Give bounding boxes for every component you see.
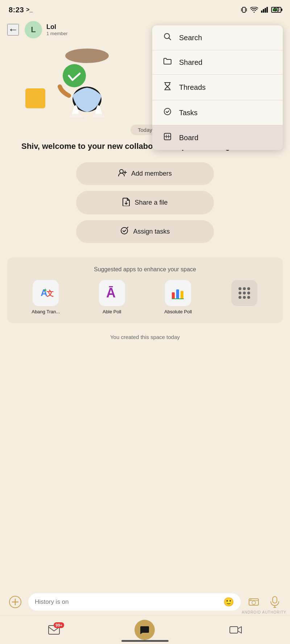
app-absolute-poll[interactable]: Absolute Poll — [147, 280, 210, 314]
svg-point-12 — [70, 114, 83, 117]
more-dots — [236, 284, 253, 302]
able-poll-icon: Ā — [99, 280, 125, 306]
folder-icon — [162, 58, 173, 67]
nav-chat[interactable] — [134, 620, 155, 640]
tasks-label: Tasks — [179, 109, 198, 117]
svg-point-13 — [92, 114, 105, 117]
member-count: 1 member — [46, 31, 68, 36]
search-label: Search — [179, 34, 202, 42]
svg-rect-0 — [243, 7, 245, 12]
dropdown-tasks[interactable]: Tasks — [152, 100, 283, 125]
watermark: ANDROID AUTHORITY — [242, 610, 286, 614]
hourglass-icon — [162, 82, 173, 93]
app-able-poll[interactable]: Ā Able Poll — [81, 280, 144, 314]
search-icon — [162, 33, 173, 43]
svg-rect-3 — [265, 8, 266, 13]
suggested-apps-section: Suggested apps to enhance your space A 文… — [7, 258, 283, 323]
illustration-svg — [14, 45, 123, 117]
more-apps-name — [244, 309, 245, 314]
action-buttons: Add members Share a file Assign tasks — [0, 162, 290, 243]
app-abang[interactable]: A 文 Abang Tran... — [14, 280, 77, 314]
absolute-poll-name: Absolute Poll — [164, 309, 192, 314]
share-file-button[interactable]: Share a file — [76, 191, 214, 214]
nav-mail[interactable]: 99+ — [48, 625, 60, 635]
mic-button[interactable] — [267, 594, 283, 610]
dropdown-menu: Search Shared Threads Tasks — [152, 25, 283, 150]
dropdown-shared[interactable]: Shared — [152, 50, 283, 74]
back-button[interactable]: ← — [7, 24, 19, 35]
header-info: Lol 1 member — [46, 23, 68, 36]
nav-video[interactable] — [229, 626, 242, 634]
board-label: Board — [179, 134, 198, 142]
svg-text:Ā: Ā — [106, 285, 116, 300]
assign-tasks-button[interactable]: Assign tasks — [76, 220, 214, 243]
group-name: Lol — [46, 23, 68, 31]
svg-rect-28 — [230, 627, 238, 633]
chat-button[interactable] — [134, 620, 155, 640]
chat-icon — [140, 625, 150, 635]
apps-row: A 文 Abang Tran... Ā Able Poll — [14, 280, 276, 314]
mail-badge: 99+ — [54, 622, 64, 628]
suggested-title: Suggested apps to enhance your space — [14, 266, 276, 273]
svg-rect-9 — [25, 88, 45, 108]
message-input-wrapper: 🙂 — [28, 593, 241, 611]
created-label: You created this space today — [0, 334, 290, 340]
threads-label: Threads — [179, 83, 206, 92]
abang-icon: A 文 — [33, 280, 59, 306]
dropdown-search[interactable]: Search — [152, 25, 283, 50]
svg-point-6 — [164, 108, 171, 115]
svg-point-24 — [250, 599, 252, 601]
wifi-icon — [250, 7, 258, 13]
shared-label: Shared — [179, 58, 203, 67]
assign-tasks-label: Assign tasks — [133, 228, 170, 235]
svg-rect-1 — [261, 11, 262, 13]
app-more[interactable] — [213, 280, 276, 314]
svg-point-14 — [120, 170, 123, 173]
svg-rect-2 — [263, 9, 264, 13]
emoji-button[interactable]: 🙂 — [223, 597, 234, 607]
add-person-icon — [118, 169, 127, 179]
svg-point-10 — [63, 64, 86, 87]
status-time: 8:23 — [9, 6, 24, 14]
share-file-label: Share a file — [134, 199, 167, 206]
avatar: L — [25, 21, 42, 38]
tasks-icon — [162, 108, 173, 118]
add-members-button[interactable]: Add members — [76, 162, 214, 185]
absolute-poll-icon — [165, 280, 191, 306]
svg-rect-26 — [273, 597, 277, 603]
status-icons: 40 — [241, 6, 281, 13]
home-indicator — [121, 640, 169, 642]
svg-point-8 — [65, 49, 109, 63]
message-input[interactable] — [35, 598, 220, 606]
assign-icon — [120, 227, 129, 237]
add-members-label: Add members — [131, 170, 172, 177]
board-icon — [162, 133, 173, 143]
svg-point-25 — [252, 601, 256, 605]
able-poll-name: Able Poll — [103, 309, 121, 314]
more-apps-icon — [231, 280, 257, 306]
prompt-icon: >_ — [26, 7, 33, 13]
svg-rect-20 — [176, 289, 179, 299]
svg-rect-19 — [172, 292, 175, 299]
status-bar: 8:23 >_ 40 — [0, 0, 290, 18]
svg-rect-21 — [181, 291, 183, 299]
media-button[interactable] — [246, 594, 262, 610]
file-icon — [122, 197, 130, 208]
signal-icon — [261, 7, 268, 13]
bottom-navigation: 99+ — [0, 615, 290, 644]
abang-name: Abang Tran... — [32, 309, 60, 314]
video-icon — [229, 626, 242, 634]
battery-icon: 40 — [271, 7, 281, 13]
add-attachment-button[interactable] — [7, 594, 23, 610]
dropdown-threads[interactable]: Threads — [152, 75, 283, 100]
svg-text:文: 文 — [46, 289, 54, 297]
vibrate-icon — [241, 6, 247, 13]
svg-rect-4 — [266, 7, 268, 13]
dropdown-board[interactable]: Board — [152, 125, 283, 150]
